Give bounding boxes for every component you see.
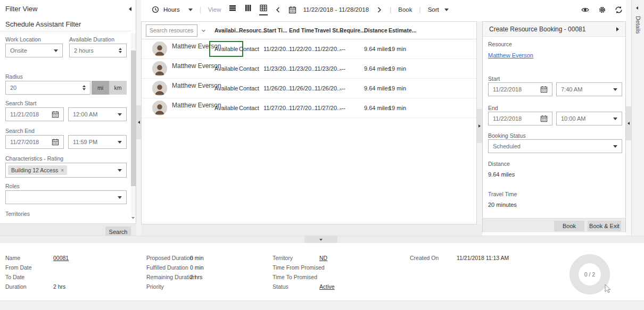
column-view-button[interactable] bbox=[244, 4, 252, 15]
booking-panel-splitter[interactable] bbox=[477, 21, 482, 232]
book-and-exit-button[interactable]: Book & Exit bbox=[588, 221, 621, 231]
proposed-duration-label: Proposed Duration bbox=[146, 255, 193, 261]
resource-label: Resource bbox=[488, 41, 512, 47]
column-header-required[interactable]: Require... bbox=[340, 27, 364, 33]
scroll-down-icon[interactable] bbox=[131, 217, 135, 219]
grid-view-button[interactable] bbox=[259, 4, 268, 15]
resource-row[interactable]: Matthew Everson Available Contact 11/23/… bbox=[142, 59, 476, 79]
chevron-down-icon bbox=[188, 9, 193, 11]
panel-expand-icon[interactable] bbox=[616, 27, 619, 31]
characteristics-select[interactable]: Building 12 Access × bbox=[5, 163, 127, 178]
resource-name[interactable]: Matthew Everson bbox=[172, 82, 221, 89]
column-header-availability[interactable]: Availabi... bbox=[214, 27, 239, 33]
resource-type-cell: Contact bbox=[239, 65, 263, 72]
booking-end-date-field[interactable]: 11/22/2018 bbox=[488, 112, 552, 125]
list-view-button[interactable] bbox=[228, 4, 237, 15]
stepper-arrows-icon[interactable] bbox=[82, 85, 86, 90]
calendar-icon[interactable] bbox=[52, 111, 59, 118]
next-date-range-icon[interactable] bbox=[376, 6, 383, 13]
booking-start-date-value: 11/22/2018 bbox=[493, 86, 522, 93]
column-header-start-time[interactable]: Start Ti... bbox=[263, 27, 289, 33]
status-link[interactable]: Active bbox=[319, 283, 335, 290]
left-splitter[interactable] bbox=[136, 0, 141, 236]
resource-row[interactable]: Matthew Everson Available Contact 11/27/… bbox=[142, 98, 476, 118]
required-cell: --- bbox=[340, 65, 364, 72]
clock-icon bbox=[152, 6, 159, 13]
search-resources-input[interactable] bbox=[146, 24, 197, 37]
collapse-details-handle[interactable] bbox=[304, 236, 337, 243]
divider: | bbox=[390, 6, 391, 13]
radius-stepper[interactable]: 20 bbox=[5, 81, 90, 95]
search-start-date-field[interactable]: 11/21/2018 bbox=[5, 107, 64, 121]
travel-start-cell: 11/27/20... bbox=[315, 105, 340, 111]
timescale-label: Hours bbox=[163, 6, 180, 13]
refresh-icon[interactable] bbox=[615, 6, 623, 14]
booking-start-date-field[interactable]: 11/22/2018 bbox=[488, 82, 552, 96]
filter-scrollbar-thumb[interactable] bbox=[131, 51, 136, 186]
chip-remove-icon[interactable]: × bbox=[61, 167, 64, 173]
booking-panel-splitter-grip[interactable] bbox=[477, 109, 482, 143]
roles-select[interactable] bbox=[5, 190, 127, 204]
time-from-promised-label: Time From Promised bbox=[273, 264, 325, 271]
details-splitter-grip[interactable] bbox=[626, 106, 631, 140]
gear-icon[interactable] bbox=[598, 6, 606, 14]
booking-status-label: Booking Status bbox=[488, 132, 526, 139]
calendar-icon[interactable] bbox=[540, 115, 548, 122]
column-header-estimate[interactable]: Estimate... bbox=[389, 27, 417, 33]
column-header-end-time[interactable]: End Time bbox=[289, 27, 315, 33]
characteristic-chip[interactable]: Building 12 Access × bbox=[8, 165, 67, 175]
calendar-icon[interactable] bbox=[52, 138, 59, 146]
filter-panel-collapse-icon[interactable] bbox=[129, 7, 131, 11]
priority-label: Priority bbox=[146, 283, 164, 290]
estimate-cell: 19 min bbox=[389, 85, 417, 91]
remaining-duration-label: Remaining Duration bbox=[146, 274, 196, 280]
travel-time-value: 20 minutes bbox=[488, 202, 517, 208]
booking-status-select[interactable]: Scheduled bbox=[488, 139, 622, 153]
eye-icon[interactable] bbox=[581, 6, 590, 14]
radius-unit-mi-button[interactable]: mi bbox=[92, 81, 109, 95]
required-cell: --- bbox=[340, 85, 364, 91]
person-icon bbox=[153, 63, 166, 76]
search-options-chevron-icon[interactable] bbox=[201, 28, 207, 33]
search-start-time-select[interactable]: 12:00 AM bbox=[68, 107, 127, 121]
previous-date-range-icon[interactable] bbox=[275, 6, 282, 13]
book-button[interactable]: Book bbox=[554, 221, 584, 231]
calendar-icon[interactable] bbox=[540, 86, 548, 93]
search-end-time-select[interactable]: 11:59 PM bbox=[68, 135, 127, 149]
territory-link[interactable]: ND bbox=[319, 255, 327, 261]
booking-end-time-select[interactable]: 10:00 AM bbox=[556, 112, 622, 125]
left-splitter-grip[interactable] bbox=[136, 105, 141, 139]
calendar-icon[interactable] bbox=[288, 6, 296, 14]
resource-name[interactable]: Matthew Everson bbox=[172, 43, 221, 50]
fulfilled-duration-label: Fulfilled Duration bbox=[146, 264, 188, 271]
details-tab-label[interactable]: Details bbox=[635, 16, 641, 34]
book-menu-button[interactable]: Book bbox=[398, 6, 412, 13]
details-expand-icon[interactable] bbox=[636, 6, 638, 10]
estimate-cell: 19 min bbox=[389, 105, 417, 111]
booking-panel-title: Create Resource Booking - 00081 bbox=[489, 26, 585, 33]
resource-link[interactable]: Matthew Everson bbox=[488, 52, 533, 58]
stepper-arrows-icon[interactable] bbox=[119, 48, 122, 53]
date-range[interactable]: 11/22/2018 - 11/28/2018 bbox=[303, 6, 369, 13]
bottom-panel-divider bbox=[0, 236, 644, 243]
column-header-distance[interactable]: Distance bbox=[364, 27, 389, 33]
booking-name-link[interactable]: 00081 bbox=[53, 255, 69, 261]
details-side-tab[interactable]: Details bbox=[631, 0, 644, 237]
resource-row[interactable]: Matthew Everson Available Contact 11/26/… bbox=[142, 79, 476, 98]
booking-distance-label: Distance bbox=[488, 161, 510, 167]
end-time-cell: 11/22/20... bbox=[289, 46, 315, 52]
column-header-resource-type[interactable]: Resourc... bbox=[239, 27, 263, 33]
timescale-selector[interactable]: Hours bbox=[152, 6, 193, 13]
search-end-date-field[interactable]: 11/27/2018 bbox=[5, 135, 64, 149]
radius-unit-km-button[interactable]: km bbox=[109, 81, 127, 95]
resource-name[interactable]: Matthew Everson bbox=[172, 62, 221, 70]
column-header-travel-start[interactable]: Travel St... bbox=[315, 27, 340, 33]
resource-name[interactable]: Matthew Everson bbox=[172, 102, 221, 109]
sort-menu-button[interactable]: Sort bbox=[428, 6, 449, 13]
available-duration-stepper[interactable]: 2 hours bbox=[69, 44, 127, 57]
booking-start-time-select[interactable]: 7:40 AM bbox=[556, 82, 622, 96]
booking-end-label: End bbox=[488, 105, 498, 111]
details-splitter[interactable] bbox=[626, 0, 631, 237]
work-location-select[interactable]: Onsite bbox=[5, 44, 63, 57]
resource-row[interactable]: Matthew Everson Available Contact 11/22/… bbox=[142, 39, 476, 59]
